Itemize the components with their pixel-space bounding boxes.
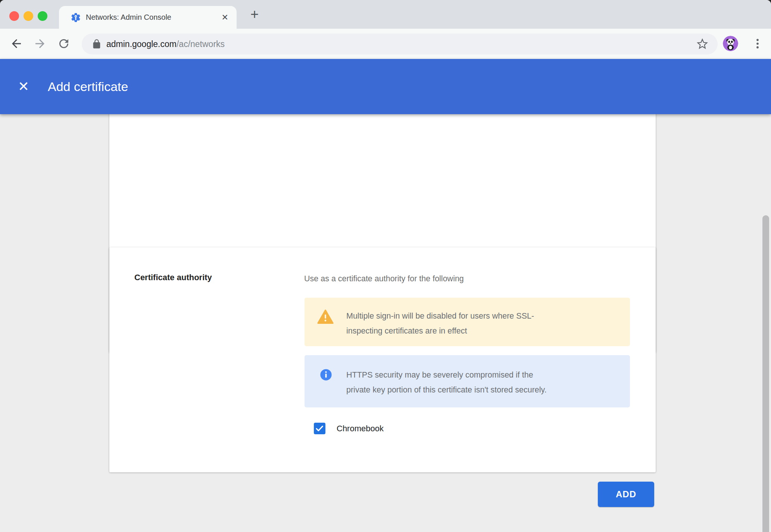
bookmark-star-icon[interactable] bbox=[697, 38, 708, 50]
certificate-authority-card: Certificate authority Use as a certifica… bbox=[109, 247, 656, 472]
macos-minimize-button[interactable] bbox=[24, 11, 33, 21]
back-icon[interactable] bbox=[10, 37, 23, 50]
browser-tab[interactable]: Networks: Admin Console ✕ bbox=[59, 6, 237, 29]
new-tab-button[interactable]: + bbox=[246, 5, 263, 24]
url-path: /ac/networks bbox=[177, 39, 225, 49]
admin-console-favicon-icon bbox=[70, 12, 81, 23]
chromebook-checkbox[interactable] bbox=[314, 423, 325, 434]
https-info-banner: HTTPS security may be severely compromis… bbox=[305, 355, 630, 407]
add-button[interactable]: ADD bbox=[598, 482, 654, 507]
forward-icon[interactable] bbox=[33, 37, 47, 50]
https-lock-icon[interactable] bbox=[91, 39, 102, 49]
vertical-scrollbar[interactable] bbox=[762, 215, 769, 532]
url-text[interactable]: admin.google.com/ac/networks bbox=[106, 34, 225, 54]
checkmark-icon bbox=[314, 423, 325, 434]
section-description: Use as a certificate authority for the f… bbox=[304, 274, 464, 284]
chrome-menu-icon[interactable] bbox=[751, 37, 764, 50]
dialog-content: Issued to:Cipafilter Web-Filtering Autho… bbox=[0, 114, 771, 532]
dialog-close-icon[interactable]: ✕ bbox=[18, 59, 29, 114]
ssl-warning-banner: Multiple sign-in will be disabled for us… bbox=[305, 298, 630, 346]
info-text: HTTPS security may be severely compromis… bbox=[346, 367, 547, 397]
browser-toolbar: admin.google.com/ac/networks bbox=[0, 29, 771, 59]
warning-triangle-icon bbox=[317, 309, 334, 325]
profile-avatar[interactable] bbox=[723, 36, 738, 51]
section-heading: Certificate authority bbox=[134, 273, 212, 282]
url-bar[interactable]: admin.google.com/ac/networks bbox=[82, 34, 718, 54]
chromebook-checkbox-label[interactable]: Chromebook bbox=[337, 422, 384, 435]
url-domain: admin.google.com bbox=[106, 39, 177, 49]
warning-text: Multiple sign-in will be disabled for us… bbox=[346, 309, 534, 338]
panda-avatar-icon bbox=[723, 36, 738, 51]
macos-close-button[interactable] bbox=[9, 11, 19, 21]
browser-window: Networks: Admin Console ✕ + admin.google… bbox=[0, 0, 771, 532]
tab-strip: Networks: Admin Console ✕ + bbox=[0, 0, 771, 29]
dialog-title: Add certificate bbox=[48, 59, 128, 114]
tab-close-icon[interactable]: ✕ bbox=[222, 6, 228, 29]
dialog-header: ✕ Add certificate bbox=[0, 59, 771, 114]
tab-title: Networks: Admin Console bbox=[86, 6, 171, 29]
macos-zoom-button[interactable] bbox=[38, 11, 47, 21]
reload-icon[interactable] bbox=[57, 37, 71, 50]
info-circle-icon bbox=[320, 369, 332, 381]
